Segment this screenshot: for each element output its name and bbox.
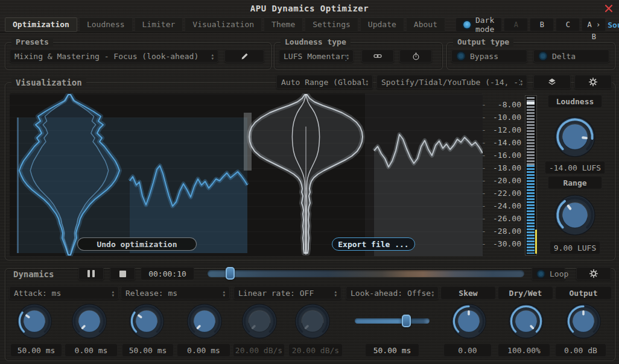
linear-attack-value[interactable]: 20.00 dB/s [233, 344, 285, 357]
updown-spinner-icon: ▲▼ [112, 290, 114, 297]
layers-icon [547, 77, 557, 87]
axis-tick: --8.00 [481, 98, 521, 111]
ab-button-a[interactable]: A [504, 18, 528, 31]
export-file-button[interactable]: Export file ... [332, 237, 415, 251]
attack-mode-select[interactable]: Attack: ms ▲▼ [9, 286, 119, 300]
range-knob[interactable] [554, 194, 596, 236]
tab-loudness[interactable]: Loudness [79, 17, 133, 32]
linear-release-knob[interactable] [294, 303, 331, 339]
linear-rate-select[interactable]: Linear rate: OFF ▲▼ [233, 286, 341, 300]
dark-mode-toggle[interactable]: Dark mode [456, 17, 502, 32]
output-knob[interactable] [565, 303, 602, 339]
close-icon[interactable] [604, 4, 614, 13]
ab-copy-button[interactable]: A › B [582, 18, 606, 31]
title-bar: APU Dynamics Optimizer [0, 0, 619, 17]
timing-button[interactable] [399, 49, 432, 63]
look-ahead-slider-handle[interactable] [402, 315, 411, 327]
attack-slow-knob[interactable] [71, 303, 107, 339]
monitor-source[interactable]: Source [608, 20, 619, 30]
tick-label: -28.00 [490, 227, 521, 236]
edit-preset-button[interactable] [224, 49, 264, 63]
release-mode-select[interactable]: Release: ms ▲▼ [121, 286, 230, 300]
dark-mode-label: Dark mode [475, 16, 494, 34]
bypass-label: Bypass [470, 52, 498, 61]
layers-button[interactable] [533, 75, 571, 89]
loop-toggle[interactable]: Loop [532, 267, 565, 280]
tick-label: -8.00 [490, 100, 521, 109]
updown-spinner-icon: ▲▼ [211, 53, 214, 60]
gear-icon [588, 77, 598, 87]
range-value[interactable]: 9.00 LUFS [550, 241, 600, 254]
loudness-type-select[interactable]: LUFS Momentary ▲▼ [279, 49, 354, 63]
auto-range-select[interactable]: Auto Range (Global) ▲▼ [276, 75, 373, 89]
bypass-toggle[interactable]: Bypass [451, 49, 527, 63]
axis-tick: --12.00 [481, 124, 521, 136]
transport-time[interactable]: 00:00:10 [141, 267, 194, 280]
loop-dot-icon [538, 271, 544, 277]
updown-spinner-icon: ▲▼ [223, 290, 225, 297]
tab-visualization[interactable]: Visualization [185, 17, 262, 32]
output-value[interactable]: 0.00 dB [555, 344, 606, 357]
release-fast-value[interactable]: 50.00 ms [122, 344, 174, 357]
linear-attack-knob[interactable] [241, 303, 278, 339]
skew-value[interactable]: 0.00 [443, 344, 492, 357]
stop-button[interactable] [110, 267, 135, 280]
attack-slow-value[interactable]: 0.00 ms [65, 344, 118, 357]
attack-mode-value: Attack: ms [14, 289, 61, 298]
look-ahead-mode-select[interactable]: Look-ahead: Offset ▲▼ [346, 286, 439, 300]
link-channels-button[interactable] [361, 49, 394, 63]
dry-wet-value[interactable]: 100.00% [498, 344, 550, 357]
look-ahead-value[interactable]: 50.00 ms [365, 344, 419, 357]
loop-label: Loop [550, 269, 568, 278]
attack-fast-value[interactable]: 50.00 ms [10, 344, 62, 357]
tick-dash: - [481, 100, 490, 109]
release-slow-knob[interactable] [186, 303, 223, 339]
visualization-canvas[interactable] [10, 93, 483, 256]
loudness-target-knob[interactable] [554, 116, 596, 158]
tab-about[interactable]: About [406, 17, 445, 32]
undo-optimization-button[interactable]: Undo optimization [77, 237, 197, 251]
ab-button-b[interactable]: B [530, 18, 554, 31]
tick-dash: - [481, 214, 490, 223]
axis-tick: --18.00 [481, 162, 521, 174]
stop-icon [119, 271, 126, 277]
linear-rate-value: Linear rate: OFF [238, 289, 314, 298]
skew-knob[interactable] [451, 303, 487, 339]
axis-tick: --28.00 [481, 225, 521, 237]
output-header: Output [555, 286, 612, 300]
tab-theme[interactable]: Theme [264, 17, 303, 32]
output-type-legend: Output type [453, 37, 513, 46]
dry-wet-knob[interactable] [508, 303, 544, 339]
release-mode-value: Release: ms [125, 289, 177, 298]
tick-dash: - [481, 125, 490, 134]
presets-legend: Presets [11, 37, 53, 46]
delta-toggle[interactable]: Delta [533, 49, 609, 63]
tab-update[interactable]: Update [360, 17, 404, 32]
gear-icon [589, 269, 598, 278]
meter-gray-segments [527, 97, 535, 165]
axis-tick: --22.00 [481, 187, 521, 199]
attack-fast-knob[interactable] [16, 303, 52, 339]
release-fast-knob[interactable] [129, 303, 165, 339]
pause-button[interactable] [78, 267, 104, 280]
loudness-target-value[interactable]: -14.00 LUFS [545, 161, 605, 174]
tick-label: -20.00 [490, 176, 521, 185]
linear-release-value[interactable]: 20.00 dB/s [288, 344, 343, 357]
tick-label: -18.00 [490, 163, 521, 172]
meter-target-marker [535, 230, 537, 254]
tab-optimization[interactable]: Optimization [5, 17, 77, 32]
dynamics-settings-button[interactable] [576, 267, 611, 280]
tab-limiter[interactable]: Limiter [135, 17, 183, 32]
preset-select[interactable]: Mixing & Mastering - Focus (look-ahead) … [10, 49, 218, 63]
release-slow-value[interactable]: 0.00 ms [177, 344, 230, 357]
transport-position-slider[interactable] [208, 270, 524, 277]
tick-dash: - [481, 201, 490, 210]
target-preset-select[interactable]: Spotify/Tidal/YouTube (-14, -1) ▲▼ [376, 75, 527, 89]
ab-button-c[interactable]: C [556, 18, 580, 31]
transport-slider-handle[interactable] [226, 267, 235, 280]
tab-settings[interactable]: Settings [305, 17, 358, 32]
axis-tick: --16.00 [481, 149, 521, 162]
look-ahead-slider[interactable] [355, 318, 430, 324]
visualization-settings-button[interactable] [574, 75, 612, 89]
pause-icon [87, 270, 95, 277]
